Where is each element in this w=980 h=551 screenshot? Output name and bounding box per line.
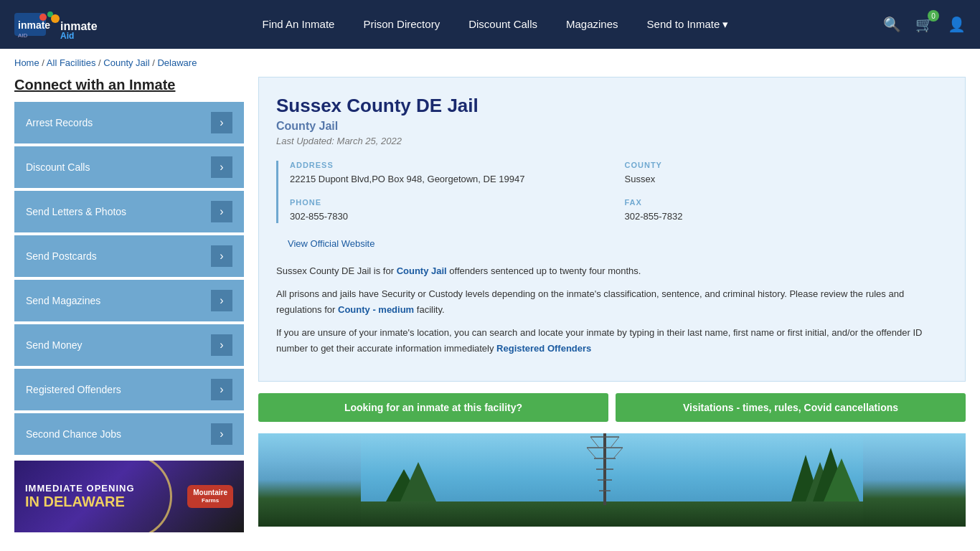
sidebar-item-send-magazines[interactable]: Send Magazines ›: [14, 280, 244, 321]
site-header: inmate AID inmate Aid Find An Inmate Pri…: [0, 0, 980, 49]
facility-info-grid: ADDRESS 22215 Dupont Blvd,PO Box 948, Ge…: [276, 161, 948, 223]
sidebar: Connect with an Inmate Arrest Records › …: [14, 77, 244, 532]
facility-name: Sussex County DE Jail: [276, 95, 948, 117]
address-block: ADDRESS 22215 Dupont Blvd,PO Box 948, Ge…: [290, 161, 613, 187]
visitations-button[interactable]: Visitations - times, rules, Covid cancel…: [616, 393, 966, 422]
breadcrumb-county-jail[interactable]: County Jail: [103, 57, 149, 68]
nav-prison-directory[interactable]: Prison Directory: [363, 18, 440, 31]
action-buttons: Looking for an inmate at this facility? …: [258, 393, 966, 422]
sidebar-item-label: Send Magazines: [26, 295, 100, 306]
facility-desc-2: All prisons and jails have Security or C…: [276, 286, 948, 318]
facility-type: County Jail: [276, 120, 948, 133]
sidebar-item-arrest-records[interactable]: Arrest Records ›: [14, 102, 244, 143]
county-medium-link[interactable]: County - medium: [338, 304, 414, 315]
chevron-right-icon: ›: [211, 290, 232, 311]
nav-discount-calls[interactable]: Discount Calls: [468, 18, 537, 31]
user-icon[interactable]: 👤: [948, 16, 966, 33]
svg-text:AID: AID: [18, 32, 28, 39]
fax-block: FAX 302-855-7832: [625, 198, 948, 224]
county-jail-link[interactable]: County Jail: [397, 265, 447, 276]
svg-rect-9: [361, 501, 863, 527]
sidebar-item-send-money[interactable]: Send Money ›: [14, 324, 244, 366]
county-value: Sussex: [625, 172, 948, 187]
search-icon[interactable]: 🔍: [883, 16, 901, 33]
sidebar-item-label: Arrest Records: [26, 117, 93, 128]
advertisement-banner[interactable]: IMMEDIATE OPENING IN DELAWARE Mountaire …: [14, 461, 244, 532]
main-layout: Connect with an Inmate Arrest Records › …: [0, 77, 980, 547]
facility-image: [258, 433, 966, 527]
chevron-right-icon: ›: [211, 112, 232, 133]
registered-offenders-link[interactable]: Registered Offenders: [496, 343, 591, 354]
address-label: ADDRESS: [290, 161, 613, 169]
svg-point-3: [39, 14, 47, 21]
nav-find-inmate[interactable]: Find An Inmate: [263, 18, 335, 31]
logo[interactable]: inmate AID inmate Aid: [14, 9, 108, 40]
cart-badge: 0: [928, 10, 939, 22]
sidebar-item-label: Second Chance Jobs: [26, 428, 121, 440]
svg-text:inmate: inmate: [18, 19, 50, 31]
facility-card: Sussex County DE Jail County Jail Last U…: [258, 77, 966, 382]
sidebar-title: Connect with an Inmate: [14, 77, 244, 93]
chevron-right-icon: ›: [211, 156, 232, 178]
fax-label: FAX: [625, 198, 948, 207]
facility-desc-3: If you are unsure of your inmate's locat…: [276, 325, 948, 357]
breadcrumb-state[interactable]: Delaware: [157, 57, 197, 68]
ad-logo: Mountaire Farms: [187, 485, 233, 508]
county-label: COUNTY: [625, 161, 948, 169]
svg-point-5: [51, 14, 60, 23]
address-value: 22215 Dupont Blvd,PO Box 948, Georgetown…: [290, 172, 613, 187]
main-nav: Find An Inmate Prison Directory Discount…: [143, 18, 847, 31]
sidebar-item-send-letters[interactable]: Send Letters & Photos ›: [14, 191, 244, 232]
phone-label: PHONE: [290, 198, 613, 207]
chevron-right-icon: ›: [211, 334, 232, 356]
sidebar-item-label: Send Postcards: [26, 250, 97, 262]
facility-content: Sussex County DE Jail County Jail Last U…: [258, 77, 966, 532]
sidebar-item-registered-offenders[interactable]: Registered Offenders ›: [14, 369, 244, 410]
chevron-right-icon: ›: [211, 245, 232, 267]
svg-text:Aid: Aid: [60, 31, 74, 40]
phone-block: PHONE 302-855-7830: [290, 198, 613, 224]
breadcrumb-all-facilities[interactable]: All Facilities: [47, 57, 96, 68]
breadcrumb: Home / All Facilities / County Jail / De…: [0, 49, 980, 77]
facility-last-updated: Last Updated: March 25, 2022: [276, 136, 948, 146]
sidebar-item-discount-calls[interactable]: Discount Calls ›: [14, 146, 244, 188]
sidebar-item-label: Discount Calls: [26, 161, 90, 173]
sidebar-item-label: Send Money: [26, 339, 83, 351]
breadcrumb-home[interactable]: Home: [14, 57, 39, 68]
sidebar-item-send-postcards[interactable]: Send Postcards ›: [14, 235, 244, 277]
phone-value: 302-855-7830: [290, 209, 613, 224]
ad-arc-decoration: [115, 461, 172, 532]
looking-for-inmate-button[interactable]: Looking for an inmate at this facility?: [258, 393, 608, 422]
chevron-right-icon: ›: [211, 423, 232, 445]
nav-magazines[interactable]: Magazines: [566, 18, 618, 31]
fax-value: 302-855-7832: [625, 209, 948, 224]
facility-desc-1: Sussex County DE Jail is for County Jail…: [276, 263, 948, 279]
cart-icon[interactable]: 🛒 0: [915, 16, 933, 33]
sidebar-item-label: Registered Offenders: [26, 384, 121, 395]
nav-send-to-inmate[interactable]: Send to Inmate ▾: [647, 18, 729, 31]
county-block: COUNTY Sussex: [625, 161, 948, 187]
chevron-right-icon: ›: [211, 201, 232, 222]
header-icons: 🔍 🛒 0 👤: [883, 16, 966, 33]
sidebar-item-label: Send Letters & Photos: [26, 206, 126, 217]
sidebar-item-second-chance-jobs[interactable]: Second Chance Jobs ›: [14, 413, 244, 455]
chevron-right-icon: ›: [211, 379, 232, 400]
view-official-website-link[interactable]: View Official Website: [288, 238, 374, 249]
